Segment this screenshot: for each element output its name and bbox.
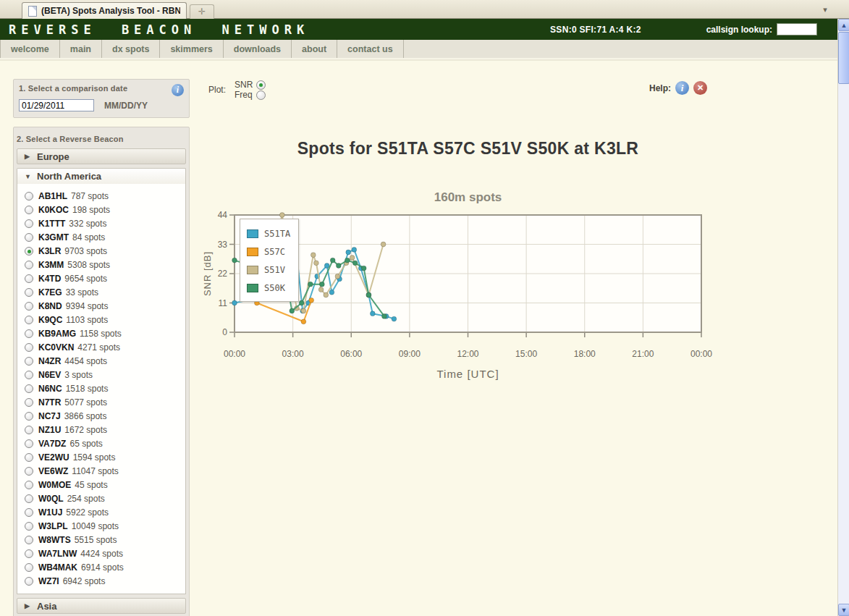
- station-K3MM[interactable]: K3MM5308 spots: [17, 258, 185, 271]
- station-radio[interactable]: [25, 206, 33, 214]
- station-W3LPL[interactable]: W3LPL10049 spots: [17, 519, 185, 533]
- station-K9QC[interactable]: K9QC1103 spots: [17, 313, 185, 326]
- station-radio[interactable]: [25, 384, 33, 393]
- station-callsign: K0KOC: [38, 205, 69, 215]
- accordion-header-asia[interactable]: ▶Asia: [17, 598, 186, 614]
- station-radio[interactable]: [25, 522, 33, 531]
- plot-option-radio[interactable]: [256, 90, 266, 100]
- station-radio[interactable]: [25, 453, 33, 462]
- station-N4ZR[interactable]: N4ZR4454 spots: [17, 354, 185, 368]
- station-radio[interactable]: [25, 357, 33, 366]
- station-W0MOE[interactable]: W0MOE45 spots: [17, 478, 185, 491]
- scrollbar-thumb[interactable]: [838, 32, 849, 84]
- data-point-S51V: [314, 261, 319, 266]
- help-info-icon[interactable]: i: [675, 81, 689, 95]
- plot-option-snr[interactable]: SNR: [235, 80, 266, 90]
- tab-list-chevron-icon[interactable]: ▾: [817, 3, 833, 16]
- station-radio[interactable]: [25, 302, 33, 311]
- station-K4TD[interactable]: K4TD9654 spots: [17, 271, 185, 285]
- station-K0KOC[interactable]: K0KOC198 spots: [17, 203, 185, 216]
- nav-tab-about[interactable]: about: [292, 40, 337, 58]
- legend-item-S50K: S50K: [247, 279, 290, 297]
- nav-tab-contact-us[interactable]: contact us: [337, 40, 404, 58]
- station-radio[interactable]: [25, 467, 33, 476]
- station-radio[interactable]: [25, 343, 33, 352]
- station-N6NC[interactable]: N6NC1518 spots: [17, 381, 185, 395]
- station-spot-count: 1672 spots: [64, 425, 107, 435]
- nav-tab-welcome[interactable]: welcome: [0, 40, 60, 58]
- station-radio[interactable]: [25, 577, 33, 586]
- scroll-up-icon[interactable]: ▲: [838, 19, 849, 31]
- station-VE2WU[interactable]: VE2WU1594 spots: [17, 450, 185, 464]
- station-radio[interactable]: [25, 261, 33, 269]
- station-W0QL[interactable]: W0QL254 spots: [17, 491, 185, 505]
- legend-swatch: [247, 229, 258, 238]
- date-info-icon[interactable]: i: [172, 84, 184, 96]
- data-point-S50K: [366, 292, 371, 298]
- station-radio[interactable]: [25, 329, 33, 338]
- station-radio[interactable]: [25, 247, 33, 256]
- station-radio[interactable]: [25, 439, 33, 448]
- station-radio[interactable]: [25, 426, 33, 434]
- new-tab-button[interactable]: ✛: [190, 4, 214, 19]
- station-W1UJ[interactable]: W1UJ5922 spots: [17, 505, 185, 519]
- station-spot-count: 254 spots: [67, 494, 105, 504]
- station-radio[interactable]: [25, 398, 33, 407]
- station-K1TTT[interactable]: K1TTT332 spots: [17, 216, 185, 230]
- nav-tab-main[interactable]: main: [60, 40, 102, 58]
- accordion-header-north-america[interactable]: ▼North America: [17, 168, 186, 184]
- station-N6EV[interactable]: N6EV3 spots: [17, 368, 185, 381]
- plot-option-freq[interactable]: Freq: [235, 90, 266, 100]
- station-NC7J[interactable]: NC7J3866 spots: [17, 409, 185, 423]
- station-radio[interactable]: [25, 549, 33, 558]
- station-radio[interactable]: [25, 412, 33, 421]
- station-K7EG[interactable]: K7EG33 spots: [17, 285, 185, 299]
- station-WA7LNW[interactable]: WA7LNW4424 spots: [17, 547, 185, 560]
- station-radio[interactable]: [25, 192, 33, 201]
- station-KC0VKN[interactable]: KC0VKN4271 spots: [17, 340, 185, 354]
- station-radio[interactable]: [25, 233, 33, 242]
- callsign-lookup-input[interactable]: [777, 23, 817, 35]
- station-K8ND[interactable]: K8ND9394 spots: [17, 299, 185, 313]
- station-radio[interactable]: [25, 219, 33, 228]
- x-tick-label: 12:00: [447, 349, 490, 359]
- nav-tab-skimmers[interactable]: skimmers: [160, 40, 223, 58]
- chart-canvas: [235, 215, 701, 332]
- station-WB4MAK[interactable]: WB4MAK6914 spots: [17, 560, 185, 574]
- station-spot-count: 3866 spots: [64, 411, 107, 421]
- station-radio[interactable]: [25, 481, 33, 489]
- station-radio[interactable]: [25, 508, 33, 517]
- help-close-icon[interactable]: ✕: [693, 81, 707, 95]
- nav-tab-dx-spots[interactable]: dx spots: [102, 40, 160, 58]
- station-radio[interactable]: [25, 371, 33, 379]
- station-callsign: K9QC: [38, 315, 62, 325]
- data-point-S51TA: [370, 311, 375, 316]
- station-K3LR[interactable]: K3LR9703 spots: [17, 244, 185, 258]
- station-radio[interactable]: [25, 563, 33, 572]
- station-N7TR[interactable]: N7TR5077 spots: [17, 395, 185, 409]
- station-list: AB1HL787 spotsK0KOC198 spotsK1TTT332 spo…: [17, 184, 186, 594]
- station-spot-count: 5077 spots: [64, 397, 107, 408]
- station-W8WTS[interactable]: W8WTS5515 spots: [17, 533, 185, 547]
- plot-option-radio[interactable]: [256, 80, 266, 90]
- comparison-date-input[interactable]: [19, 99, 94, 111]
- station-radio[interactable]: [25, 494, 33, 503]
- station-radio[interactable]: [25, 274, 33, 283]
- station-K3GMT[interactable]: K3GMT84 spots: [17, 230, 185, 244]
- y-tick-label: 44: [201, 210, 227, 220]
- vertical-scrollbar[interactable]: ▲ ▼: [837, 19, 849, 616]
- station-KB9AMG[interactable]: KB9AMG1158 spots: [17, 326, 185, 340]
- browser-tab[interactable]: (BETA) Spots Analysis Tool - RBN - R...: [22, 2, 187, 19]
- station-WZ7I[interactable]: WZ7I6942 spots: [17, 574, 185, 588]
- station-callsign: WA7LNW: [38, 549, 77, 559]
- station-NZ1U[interactable]: NZ1U1672 spots: [17, 423, 185, 436]
- scroll-down-icon[interactable]: ▼: [838, 604, 849, 616]
- station-VE6WZ[interactable]: VE6WZ11047 spots: [17, 464, 185, 478]
- accordion-header-europe[interactable]: ▶Europe: [17, 148, 186, 164]
- nav-tab-downloads[interactable]: downloads: [224, 40, 292, 58]
- station-VA7DZ[interactable]: VA7DZ65 spots: [17, 436, 185, 450]
- station-radio[interactable]: [25, 536, 33, 544]
- station-AB1HL[interactable]: AB1HL787 spots: [17, 189, 185, 203]
- station-radio[interactable]: [25, 288, 33, 297]
- station-radio[interactable]: [25, 316, 33, 324]
